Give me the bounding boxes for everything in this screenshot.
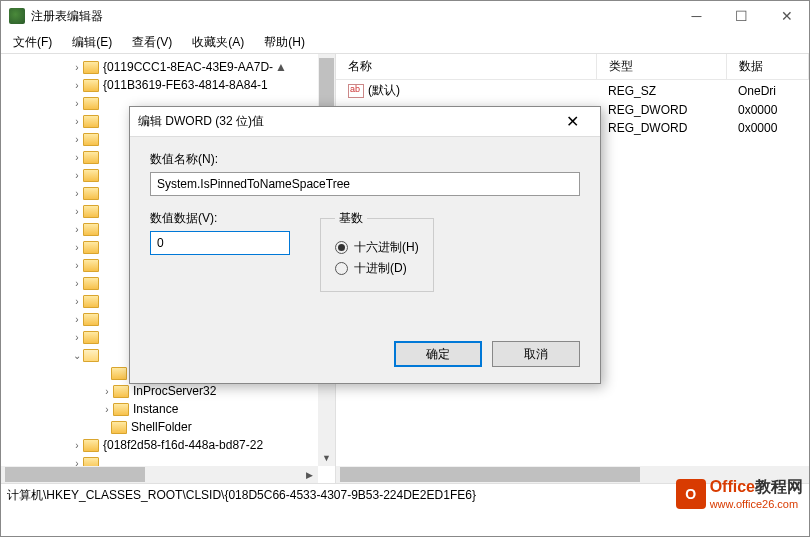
list-header[interactable]: 名称 类型 数据 [336,54,809,80]
folder-icon [111,367,127,380]
dialog-title: 编辑 DWORD (32 位)值 [138,113,552,130]
radio-icon [335,241,348,254]
folder-icon [83,439,99,452]
tree-item[interactable]: InProcServer32 [133,384,216,398]
string-value-icon [348,84,364,98]
menu-view[interactable]: 查看(V) [124,32,180,53]
window-title: 注册表编辑器 [31,8,674,25]
cancel-button[interactable]: 取消 [492,341,580,367]
maximize-button[interactable]: ☐ [719,1,764,31]
radio-icon [335,262,348,275]
app-icon [9,8,25,24]
ok-button[interactable]: 确定 [394,341,482,367]
minimize-button[interactable]: ─ [674,1,719,31]
menubar: 文件(F) 编辑(E) 查看(V) 收藏夹(A) 帮助(H) [1,31,809,53]
base-fieldset: 基数 十六进制(H) 十进制(D) [320,210,434,292]
folder-icon [113,403,129,416]
folder-icon [83,205,99,218]
folder-icon [83,331,99,344]
folder-icon [83,187,99,200]
list-row[interactable]: (默认) REG_SZ OneDri [336,80,809,102]
menu-help[interactable]: 帮助(H) [256,32,313,53]
folder-icon [83,295,99,308]
menu-edit[interactable]: 编辑(E) [64,32,120,53]
edit-dword-dialog: 编辑 DWORD (32 位)值 ✕ 数值名称(N): 数值数据(V): 基数 … [129,106,601,384]
folder-icon [83,79,99,92]
radio-dec[interactable]: 十进制(D) [335,260,419,277]
radio-hex[interactable]: 十六进制(H) [335,239,419,256]
titlebar: 注册表编辑器 ─ ☐ ✕ [1,1,809,31]
tree-item[interactable]: {0119CCC1-8EAC-43E9-AA7D- [103,60,273,74]
col-name[interactable]: 名称 [336,54,596,80]
folder-open-icon [83,349,99,362]
value-name-label: 数值名称(N): [150,151,580,168]
col-type[interactable]: 类型 [596,54,726,80]
base-legend: 基数 [335,210,367,227]
tree-item[interactable]: {018f2d58-f16d-448a-bd87-22 [103,438,263,452]
folder-icon [83,151,99,164]
collapse-icon[interactable]: ⌄ [71,350,83,361]
folder-icon [113,385,129,398]
value-data-input[interactable] [150,231,290,255]
tree-item[interactable]: Instance [133,402,178,416]
value-name-input[interactable] [150,172,580,196]
dialog-close-button[interactable]: ✕ [552,108,592,136]
expand-icon[interactable]: › [71,80,83,91]
dialog-titlebar[interactable]: 编辑 DWORD (32 位)值 ✕ [130,107,600,137]
menu-favorites[interactable]: 收藏夹(A) [184,32,252,53]
folder-icon [83,61,99,74]
folder-icon [83,169,99,182]
folder-icon [83,259,99,272]
menu-file[interactable]: 文件(F) [5,32,60,53]
folder-icon [83,313,99,326]
folder-icon [83,241,99,254]
expand-icon[interactable]: › [71,62,83,73]
folder-icon [111,421,127,434]
tree-item[interactable]: {011B3619-FE63-4814-8A84-1 [103,78,268,92]
watermark: O Office教程网 www.office26.com [676,477,803,510]
close-button[interactable]: ✕ [764,1,809,31]
tree-item[interactable]: ShellFolder [131,420,192,434]
folder-icon [83,97,99,110]
col-data[interactable]: 数据 [726,54,809,80]
folder-icon [83,277,99,290]
watermark-logo-icon: O [676,479,706,509]
folder-icon [83,133,99,146]
tree-hscrollbar[interactable]: ◀▶ [1,466,318,483]
folder-icon [83,223,99,236]
folder-icon [83,115,99,128]
value-data-label: 数值数据(V): [150,210,290,227]
